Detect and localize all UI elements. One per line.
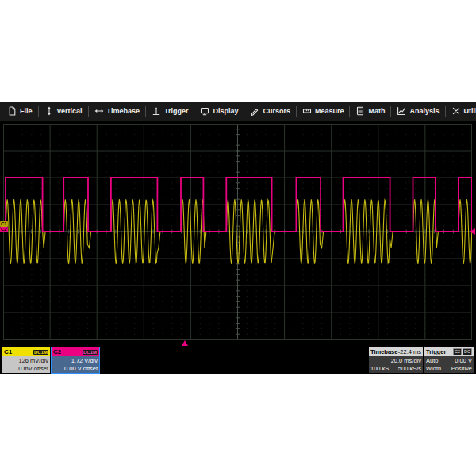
file-icon bbox=[7, 106, 17, 116]
timebase-delay: -22.4 ms bbox=[398, 348, 421, 355]
timebase-label: Timebase bbox=[370, 348, 397, 355]
trigger-coupling-badge: DC bbox=[463, 348, 472, 355]
utilities-icon bbox=[451, 106, 461, 116]
trigger-mode: Auto bbox=[426, 357, 438, 365]
menu-item-label: Vertical bbox=[57, 107, 83, 115]
c1-ground-marker[interactable]: C1 bbox=[0, 221, 8, 227]
channel-c2-coupling-badge: DC1M bbox=[83, 350, 98, 355]
oscilloscope-window: FileVerticalTimebaseTriggerDisplayCursor… bbox=[0, 102, 476, 374]
menu-item-label: Analysis bbox=[409, 107, 439, 115]
menu-item-label: Measure bbox=[315, 107, 344, 115]
menu-item-vertical[interactable]: Vertical bbox=[39, 102, 88, 121]
menu-item-label: Math bbox=[368, 107, 385, 115]
menu-item-measure[interactable]: Measure bbox=[297, 102, 350, 121]
timebase-sample-rate: 500 kS/s bbox=[398, 365, 421, 373]
trigger-slope: Positive bbox=[451, 365, 472, 373]
math-icon bbox=[355, 106, 365, 116]
menu-item-label: Cursors bbox=[263, 107, 290, 115]
desktop-background: FileVerticalTimebaseTriggerDisplayCursor… bbox=[0, 0, 476, 476]
waveform-display[interactable]: C1 C2 bbox=[0, 121, 476, 347]
horizontal-arrows-icon bbox=[94, 106, 104, 116]
channel-c1-label: C1 bbox=[4, 348, 12, 355]
menu-item-label: Utilities bbox=[464, 107, 476, 115]
menu-item-trigger[interactable]: Trigger bbox=[146, 102, 194, 121]
channel-descriptor-c2[interactable]: C2 DC1M 1.72 V/div 0.00 V offset bbox=[52, 347, 99, 373]
statusbar-spacer bbox=[101, 347, 367, 373]
menu-item-timebase[interactable]: Timebase bbox=[89, 102, 145, 121]
menu-item-label: Timebase bbox=[107, 107, 140, 115]
menu-item-cursors[interactable]: Cursors bbox=[244, 102, 296, 121]
trigger-source-badge: C2 bbox=[453, 348, 462, 355]
menu-item-label: Trigger bbox=[164, 107, 189, 115]
trigger-type: Width bbox=[426, 365, 441, 373]
timebase-scale: 20.0 ms/div bbox=[370, 357, 421, 365]
trigger-level-marker[interactable] bbox=[470, 228, 475, 235]
menu-item-file[interactable]: File bbox=[2, 102, 38, 121]
trigger-arrow-icon bbox=[152, 106, 161, 116]
channel-descriptor-c1[interactable]: C1 DC1M 126 mV/div 0 mV offset bbox=[2, 347, 50, 373]
trigger-level: 0.00 V bbox=[455, 357, 472, 365]
menu-item-analysis[interactable]: Analysis bbox=[391, 102, 444, 121]
status-bar: C1 DC1M 126 mV/div 0 mV offset C2 DC1M 1… bbox=[0, 347, 476, 374]
c2-ground-marker[interactable]: C2 bbox=[0, 227, 8, 232]
channel-c2-offset: 0.00 V offset bbox=[53, 365, 98, 373]
cursors-icon bbox=[250, 106, 259, 116]
menu-bar: FileVerticalTimebaseTriggerDisplayCursor… bbox=[0, 102, 476, 121]
menu-item-display[interactable]: Display bbox=[194, 102, 244, 121]
graticule-svg bbox=[3, 124, 472, 340]
vertical-arrows-icon bbox=[44, 106, 54, 116]
menu-item-label: Display bbox=[213, 107, 238, 115]
channel-c2-label: C2 bbox=[53, 348, 61, 355]
timebase-samples: 100 kS bbox=[370, 365, 389, 373]
measure-icon bbox=[302, 106, 312, 116]
display-icon bbox=[200, 106, 209, 116]
trigger-label: Trigger bbox=[426, 348, 446, 355]
menu-item-math[interactable]: Math bbox=[350, 102, 390, 121]
trigger-position-marker[interactable] bbox=[182, 340, 188, 346]
channel-c1-coupling-badge: DC1M bbox=[33, 350, 48, 355]
timebase-descriptor[interactable]: Timebase -22.4 ms 20.0 ms/div 100 kS 500… bbox=[369, 347, 423, 373]
trigger-descriptor[interactable]: Trigger C2 DC Auto 0.00 V Width Positive bbox=[424, 347, 474, 373]
channel-c1-scale: 126 mV/div bbox=[4, 357, 48, 365]
channel-c1-offset: 0 mV offset bbox=[4, 365, 48, 373]
channel-c2-scale: 1.72 V/div bbox=[53, 357, 98, 365]
analysis-icon bbox=[397, 106, 406, 116]
menu-item-label: File bbox=[20, 107, 33, 115]
menu-item-utilities[interactable]: Utilities bbox=[446, 102, 476, 121]
